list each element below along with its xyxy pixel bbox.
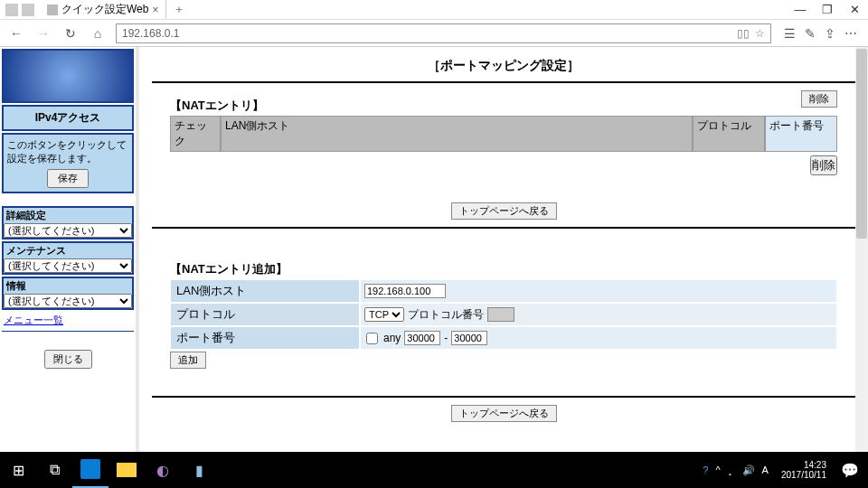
menu-maintenance-label: メンテナンス [4,243,132,258]
window-close-button[interactable]: ✕ [841,3,868,16]
explorer-taskbar-icon[interactable] [108,452,145,488]
nav-refresh-button[interactable]: ↻ [61,26,80,41]
nav-back-button[interactable]: ← [7,26,25,41]
tab-close-icon[interactable]: × [152,4,158,16]
url-text: 192.168.0.1 [122,27,179,40]
lan-host-input[interactable] [364,284,446,298]
window-titlebar: クイック設定Web × ＋ ― ❐ ✕ [0,0,868,20]
tab-back-icon[interactable] [5,4,18,16]
save-description: このボタンをクリックして設定を保存します。 [7,138,128,165]
lan-host-label: LAN側ホスト [170,279,360,303]
protocol-num-label: プロトコル番号 [408,307,484,323]
app2-taskbar-icon[interactable]: ▮ [181,452,217,488]
menu-list-link[interactable]: メニュー一覧 [2,312,65,329]
hub-icon[interactable]: ☰ [784,26,796,41]
taskbar: ⊞ ⧉ ◐ ▮ ? ^ ⡀ 🔊 A 14:23 2017/10/11 💬 [0,452,868,488]
menu-detail: 詳細設定 (選択してください) [2,206,134,239]
router-logo [2,49,134,103]
window-minimize-button[interactable]: ― [787,3,814,16]
port-label: ポート番号 [170,326,360,350]
nav-home-button[interactable]: ⌂ [89,26,107,41]
page-title: ［ポートマッピング設定］ [152,58,855,74]
nat-entry-heading: 【NATエントリ】 [170,98,264,114]
clock[interactable]: 14:23 2017/10/11 [776,460,832,480]
port-to-input[interactable] [451,331,487,345]
ime-icon[interactable]: A [762,465,769,475]
chevron-up-icon[interactable]: ^ [715,465,720,475]
back-to-top-button-1[interactable]: トップページへ戻る [451,202,557,220]
sidebar: IPv4アクセス このボタンをクリックして設定を保存します。 保存 詳細設定 (… [0,47,136,452]
port-any-label: any [383,332,401,344]
reading-view-icon[interactable]: ▯▯ [737,27,750,40]
menu-detail-select[interactable]: (選択してください) [4,223,132,238]
app1-taskbar-icon[interactable]: ◐ [145,452,181,488]
port-dash: - [444,332,448,344]
scrollbar[interactable] [855,47,868,452]
clock-time: 14:23 [781,460,826,470]
volume-icon[interactable]: 🔊 [742,465,755,476]
favicon-icon [47,5,58,15]
save-button[interactable]: 保存 [47,169,89,188]
clock-date: 2017/10/11 [781,470,826,480]
more-icon[interactable]: ⋯ [844,26,857,41]
task-view-button[interactable]: ⧉ [36,452,72,488]
tab-title: クイック設定Web [61,2,148,17]
menu-info-label: 情報 [4,278,132,294]
system-tray[interactable]: ? ^ ⡀ 🔊 A [695,465,776,476]
url-input[interactable]: 192.168.0.1 ▯▯ ☆ [116,23,771,43]
nat-delete-top-button[interactable]: 削除 [801,90,837,108]
col-check: チェック [170,116,221,152]
port-any-checkbox[interactable] [366,333,378,344]
menu-maintenance: メンテナンス (選択してください) [2,241,134,275]
new-tab-button[interactable]: ＋ [166,2,192,17]
save-box: このボタンをクリックして設定を保存します。 保存 [2,133,134,193]
back-to-top-button-2[interactable]: トップページへ戻る [451,405,557,422]
col-port: ポート番号 [765,116,837,152]
port-from-input[interactable] [404,331,440,345]
help-tray-icon[interactable]: ? [703,465,708,475]
start-button[interactable]: ⊞ [0,452,36,488]
ipv4-access-button[interactable]: IPv4アクセス [2,105,134,131]
menu-info-select[interactable]: (選択してください) [4,294,132,308]
share-icon[interactable]: ⇪ [825,26,835,41]
favorite-star-icon[interactable]: ☆ [755,27,765,40]
nat-add-heading: 【NATエントリ追加】 [170,261,288,277]
nat-table-header: チェック LAN側ホスト プロトコル ポート番号 [170,116,837,152]
protocol-select[interactable]: TCP [364,307,404,322]
action-center-icon[interactable]: 💬 [832,452,868,488]
address-bar: ← → ↻ ⌂ 192.168.0.1 ▯▯ ☆ ☰ ✎ ⇪ ⋯ [0,20,868,47]
window-maximize-button[interactable]: ❐ [814,3,841,16]
protocol-label: プロトコル [170,303,360,326]
menu-maintenance-select[interactable]: (選択してください) [4,258,132,273]
notes-icon[interactable]: ✎ [805,26,816,41]
menu-detail-label: 詳細設定 [4,208,132,223]
scrollbar-thumb[interactable] [856,49,867,239]
protocol-num-input [487,307,514,322]
browser-tab[interactable]: クイック設定Web × [40,0,166,19]
col-lan: LAN側ホスト [221,116,693,152]
sidebar-close-button[interactable]: 閉じる [44,350,92,369]
wifi-icon[interactable]: ⡀ [728,465,735,476]
nav-forward-button[interactable]: → [34,26,52,41]
main-content: ［ポートマッピング設定］ 【NATエントリ】 削除 チェック LAN側ホスト プ… [136,47,868,452]
col-proto: プロトコル [693,116,765,152]
nat-delete-bottom-button[interactable]: 削除 [810,155,837,175]
menu-info: 情報 (選択してください) [2,277,134,310]
tab-list-icon[interactable] [22,4,34,16]
add-button[interactable]: 追加 [170,352,206,369]
nat-add-form: LAN側ホスト プロトコル TCP プロトコル番号 ポート番号 any - [170,279,837,350]
edge-taskbar-icon[interactable] [72,452,108,488]
